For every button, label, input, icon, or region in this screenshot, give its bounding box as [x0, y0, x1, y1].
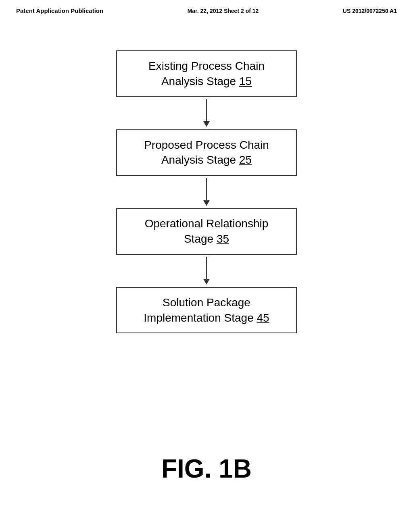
arrow-3 — [203, 255, 210, 287]
arrow-3-head — [203, 279, 210, 285]
stage-35-text: Operational Relationship Stage 35 — [145, 216, 269, 247]
arrow-1-line — [206, 99, 207, 121]
arrow-1-head — [203, 121, 210, 127]
arrow-2-head — [203, 200, 210, 206]
stage-25-number: 25 — [239, 154, 252, 166]
arrow-3-line — [206, 257, 207, 279]
header-publication: Patent Application Publication — [16, 7, 103, 14]
flowchart-diagram: Existing Process Chain Analysis Stage 15… — [0, 50, 413, 333]
stage-35-number: 35 — [217, 233, 229, 245]
stage-25-text: Proposed Process Chain Analysis Stage 25 — [144, 137, 269, 168]
arrow-2-line — [206, 178, 207, 200]
stage-25-box: Proposed Process Chain Analysis Stage 25 — [116, 129, 297, 176]
stage-45-text: Solution Package Implementation Stage 45 — [144, 295, 269, 326]
stage-35-box: Operational Relationship Stage 35 — [116, 208, 297, 255]
stage-45-number: 45 — [257, 312, 269, 324]
header-date-sheet: Mar. 22, 2012 Sheet 2 of 12 — [188, 8, 259, 14]
stage-15-number: 15 — [239, 75, 252, 87]
stage-15-text: Existing Process Chain Analysis Stage 15 — [148, 58, 265, 89]
arrow-2 — [203, 176, 210, 208]
arrow-1 — [203, 97, 210, 129]
header-patent-number: US 2012/0072250 A1 — [343, 8, 397, 14]
stage-45-box: Solution Package Implementation Stage 45 — [116, 287, 297, 334]
figure-label: FIG. 1B — [0, 454, 413, 484]
stage-15-box: Existing Process Chain Analysis Stage 15 — [116, 50, 297, 97]
page-header: Patent Application Publication Mar. 22, … — [0, 0, 413, 14]
